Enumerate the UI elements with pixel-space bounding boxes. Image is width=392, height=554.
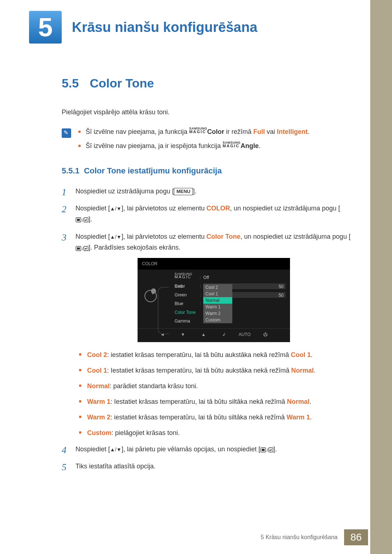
osd-row: Green	[175, 291, 197, 299]
enter-icon: ↲	[214, 331, 234, 338]
text: Nospiediet [	[75, 233, 110, 240]
text: , un nospiediet uz izstrādājuma pogu [	[240, 233, 350, 240]
tone-item: Cool 1: Iestatiet krāsas temperatūru, la…	[79, 366, 352, 376]
menu-button-icon: MENU	[174, 188, 193, 195]
enter-icon: /	[75, 214, 89, 225]
note-list: Šī izvēlne nav pieejama, ja funkcija SAM…	[78, 127, 310, 155]
osd-row: Red	[175, 282, 197, 291]
magic-label: SAMSUNGMAGIC	[175, 273, 192, 279]
emphasis: COLOR	[207, 205, 230, 212]
svg-text:/: /	[82, 246, 83, 251]
magic-label: SAMSUNGMAGIC	[222, 141, 241, 148]
content: 5.5 Color Tone Pielāgojiet vispārējo att…	[0, 44, 392, 472]
section-title: Color Tone	[90, 76, 154, 90]
note-item: Šī izvēlne nav pieejama, ja funkcija SAM…	[78, 127, 310, 137]
emphasis: Intelligent	[277, 128, 308, 135]
tone-name: Custom	[87, 429, 111, 436]
subsection-number: 5.5.1	[62, 166, 79, 175]
note-block: Šī izvēlne nav pieejama, ja funkcija SAM…	[62, 127, 352, 155]
sidebar-strip	[370, 0, 392, 554]
intro-text: Pielāgojiet vispārējo attēla krāsu toni.	[62, 108, 352, 116]
osd-option-selected: Normal	[203, 297, 232, 304]
text: ], lai pārvietotos uz elementu	[122, 233, 207, 240]
emphasis: Color Tone	[207, 233, 241, 240]
power-icon: ⏻	[255, 331, 275, 338]
text: : Iestatiet krāsas temperatūru, lai tā b…	[107, 367, 291, 374]
tone-name: Cool 1	[87, 367, 107, 374]
page-footer: 5 Krāsu nianšu konfigurēšana 86	[0, 529, 392, 545]
svg-text:/: /	[82, 217, 83, 223]
subsection-title: Color Tone iestatījumu konfigurācija	[84, 166, 222, 175]
text: Angle	[241, 142, 259, 149]
text: : Iestatiet krāsas temperatūru, lai tā b…	[110, 398, 287, 405]
step-item: Nospiediet uz izstrādājuma pogu [MENU].	[62, 186, 352, 197]
step-item: Nospiediet [▲/▼], lai pārvietotos uz ele…	[62, 231, 352, 438]
up-down-arrow-icon: ▲/▼	[110, 234, 122, 240]
tone-item: Warm 1: Iestatiet krāsas temperatūru, la…	[79, 397, 352, 407]
emphasis: Normal	[291, 367, 314, 374]
tone-item: Cool 2: iestatiet krāsas temperatūru, la…	[79, 350, 352, 360]
step-item: Nospiediet [▲/▼], lai pārietu pie vēlamā…	[62, 444, 352, 455]
tone-item: Normal: parādiet standarta krāsu toni.	[79, 381, 352, 391]
subsection-header: 5.5.1 Color Tone iestatījumu konfigurāci…	[62, 166, 352, 176]
osd-row: Blue	[175, 299, 197, 308]
up-down-arrow-icon: ▲/▼	[110, 447, 122, 452]
text: Nospiediet [	[75, 205, 110, 212]
text: ir režīmā	[226, 128, 253, 135]
osd-dropdown: Cool 2 Cool 1 Normal Warm 1 Warm 2 Custo…	[203, 284, 232, 323]
text: ]. Parādīsies sekojošais ekrāns.	[89, 244, 180, 251]
text: Color	[207, 128, 224, 135]
emphasis: Cool 1	[291, 351, 311, 358]
osd-option: Warm 2	[203, 310, 232, 317]
text: : iestatiet krāsas temperatūru, lai tā b…	[107, 351, 291, 358]
text: Nospiediet uz izstrādājuma pogu [	[75, 188, 174, 195]
section-header: 5.5 Color Tone	[62, 76, 352, 90]
section-number: 5.5	[62, 76, 79, 90]
svg-rect-11	[269, 448, 273, 452]
emphasis: Full	[253, 128, 265, 135]
enter-icon: /	[75, 242, 89, 254]
osd-option: Cool 1	[203, 291, 232, 297]
svg-rect-3	[84, 218, 88, 222]
tone-name: Cool 2	[87, 351, 107, 358]
osd-option: Custom	[203, 317, 232, 323]
chapter-title: Krāsu nianšu konfigurēšana	[72, 20, 257, 35]
text: ].	[273, 446, 277, 453]
svg-rect-1	[77, 219, 80, 221]
tone-name: Warm 1	[87, 398, 110, 405]
note-icon	[62, 128, 71, 138]
text: : parādiet standarta krāsu toni.	[110, 382, 198, 390]
palette-icon	[144, 290, 157, 302]
osd-row: Gamma	[175, 317, 197, 325]
osd-option: Warm 1	[203, 304, 232, 310]
step-item: Tiks iestatīta atlasītā opcija.	[62, 461, 352, 472]
text: Šī izvēlne nav pieejama, ja ir iespējota…	[86, 142, 222, 149]
enter-icon: /	[260, 444, 273, 455]
text: : iestatiet krāsas temperatūru, lai tā b…	[110, 414, 286, 421]
osd-row-selected: Color Tone	[175, 308, 197, 317]
text: : pielāgojiet krāsas toni.	[111, 429, 180, 436]
tone-item: Custom: pielāgojiet krāsas toni.	[79, 428, 352, 438]
up-arrow-icon: ▲	[193, 331, 214, 338]
page-number: 86	[344, 529, 368, 545]
steps-list: Nospiediet uz izstrādājuma pogu [MENU]. …	[62, 186, 352, 472]
footer-text: 5 Krāsu nianšu konfigurēšana	[261, 534, 338, 541]
text: ], lai pārvietotos uz elementu	[122, 205, 207, 212]
step-item: Nospiediet [▲/▼], lai pārvietotos uz ele…	[62, 203, 352, 225]
osd-title: COLOR	[138, 258, 290, 270]
emphasis: Warm 1	[287, 414, 310, 421]
osd-option: Cool 2	[203, 284, 232, 291]
svg-text:/: /	[267, 447, 268, 453]
text: Nospiediet [	[75, 446, 110, 453]
up-down-arrow-icon: ▲/▼	[110, 206, 122, 212]
text: ].	[89, 216, 92, 223]
tone-item: Warm 2: iestatiet krāsas temperatūru, la…	[79, 413, 352, 422]
tone-name: Warm 2	[87, 414, 110, 421]
text: ], lai pārietu pie vēlamās opcijas, un n…	[122, 446, 260, 453]
text: ].	[193, 188, 196, 195]
down-arrow-icon: ▼	[173, 331, 193, 338]
chapter-number: 5	[29, 11, 62, 44]
svg-rect-7	[84, 246, 88, 251]
text: Šī izvēlne nav pieejama, ja funkcija	[86, 128, 189, 135]
osd-value: Off	[203, 273, 286, 282]
